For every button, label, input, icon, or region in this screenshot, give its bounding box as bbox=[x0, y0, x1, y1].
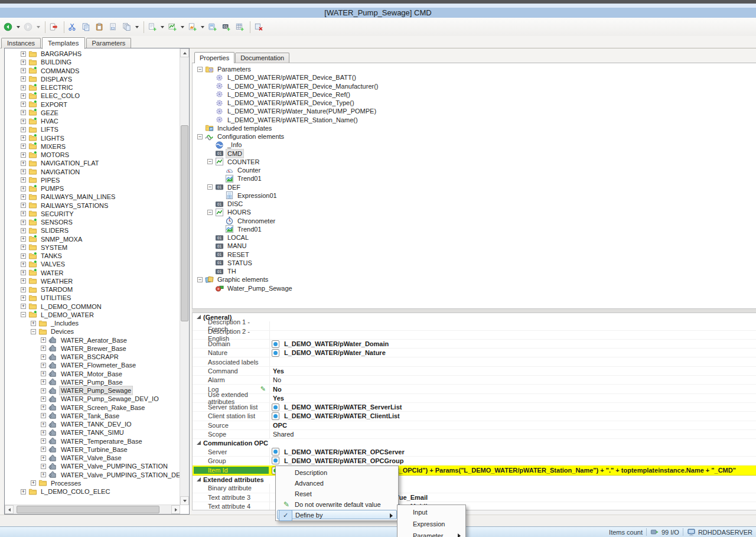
vertical-scroll-thumb[interactable] bbox=[181, 125, 188, 321]
property-value[interactable]: Yes bbox=[270, 394, 756, 402]
tree-item-water-bscrapr[interactable]: +WATER_BSCRAPR bbox=[5, 353, 180, 361]
expander-icon[interactable]: + bbox=[21, 161, 26, 166]
expander-icon[interactable]: + bbox=[21, 135, 26, 141]
expander-icon[interactable]: − bbox=[197, 67, 203, 72]
expander-icon[interactable]: + bbox=[41, 472, 46, 477]
property-row-domain[interactable]: DomainL_DEMO_WATER/pWater_Domain bbox=[193, 340, 756, 349]
copy-button[interactable] bbox=[80, 19, 94, 35]
parameter-dot-button[interactable] bbox=[272, 457, 279, 464]
tree-item-local[interactable]: +01LOCAL bbox=[193, 233, 756, 242]
back-button[interactable] bbox=[2, 19, 22, 35]
dropdown-caret-icon[interactable] bbox=[161, 26, 164, 28]
expander-icon[interactable]: + bbox=[21, 236, 26, 242]
menu-item-description[interactable]: Description bbox=[277, 467, 397, 478]
property-row-source[interactable]: SourceOPC bbox=[193, 421, 756, 430]
property-row-scope[interactable]: ScopeShared bbox=[193, 430, 756, 439]
tree-item-includes[interactable]: +_Includes bbox=[5, 319, 180, 327]
property-value[interactable] bbox=[270, 321, 756, 330]
property-row-use-extended-attributes[interactable]: Use extended attributesYes bbox=[193, 394, 756, 403]
property-row-group[interactable]: GroupL_DEMO_WATER/pWATER_OPCGroup bbox=[193, 457, 756, 466]
expander-icon[interactable]: + bbox=[21, 127, 26, 132]
tree-item-water-valve-base[interactable]: +WATER_Valve_Base bbox=[5, 454, 180, 462]
tree-item-water-motor-base[interactable]: +WATER_Motor_Base bbox=[5, 370, 180, 378]
tree-item-trend01[interactable]: +Trend01 bbox=[193, 174, 756, 183]
scroll-left-button[interactable] bbox=[5, 505, 14, 514]
tree-item-l-demo-common[interactable]: +L_DEMO_COMMON bbox=[5, 302, 180, 311]
parameter-dot-button[interactable] bbox=[272, 448, 279, 455]
tree-item-weather[interactable]: +WEATHER bbox=[5, 277, 180, 285]
expander-icon[interactable]: + bbox=[21, 295, 26, 301]
expander-icon[interactable]: + bbox=[41, 422, 46, 427]
expander-icon[interactable]: + bbox=[31, 480, 36, 486]
tree-item-water[interactable]: +WATER bbox=[5, 269, 180, 277]
tree-item-l-demo-water-pwater-device-manufacturer[interactable]: +L_DEMO_WATER/pWATER_Device_Manufacturer… bbox=[193, 82, 756, 90]
tree-item-tanks[interactable]: +TANKS bbox=[5, 252, 180, 260]
property-value[interactable]: L_DEMO_WATER/pWATER_ServerList bbox=[270, 403, 756, 411]
expander-icon[interactable]: + bbox=[21, 287, 26, 292]
new-binary-button[interactable]: 01 bbox=[220, 19, 234, 35]
expander-icon[interactable]: + bbox=[21, 194, 26, 200]
expander-icon[interactable]: + bbox=[21, 304, 26, 309]
tab-documentation[interactable]: Documentation bbox=[235, 53, 289, 63]
property-row-log[interactable]: Log✎No bbox=[193, 385, 756, 393]
property-value[interactable] bbox=[270, 331, 756, 339]
tree-item-railways-main-lines[interactable]: +RAILWAYS_MAIN_LINES bbox=[5, 193, 180, 201]
tree-item-l-demo-colo-elec[interactable]: +L_DEMO_COLO_ELEC bbox=[5, 487, 180, 496]
tree-item-cmd[interactable]: +01CMD bbox=[193, 149, 756, 158]
dropdown-caret-icon[interactable] bbox=[135, 26, 139, 28]
tree-item-configuration-elements[interactable]: −Configuration elements bbox=[193, 132, 756, 141]
tree-item-water-screen-rake-base[interactable]: +WATER_Screen_Rake_Base bbox=[5, 403, 180, 412]
tree-item-building[interactable]: +BUILDING bbox=[5, 58, 180, 66]
menu-item-do-not-overwrite-default-value[interactable]: ✎Do not overwrite default value bbox=[277, 499, 397, 510]
expander-icon[interactable]: − bbox=[207, 184, 213, 190]
expander-icon[interactable]: − bbox=[207, 210, 213, 215]
property-value[interactable]: No bbox=[270, 385, 756, 393]
tree-item-displays[interactable]: +DISPLAYS bbox=[5, 75, 180, 83]
property-row-command[interactable]: CommandYes bbox=[193, 367, 756, 376]
tree-item-sliders[interactable]: +SLIDERS bbox=[5, 226, 180, 235]
tree-item-info[interactable]: +_Info bbox=[193, 141, 756, 149]
expander-icon[interactable]: + bbox=[41, 337, 46, 343]
tree-item-sensors[interactable]: +SENSORS bbox=[5, 218, 180, 226]
expander-icon[interactable]: + bbox=[41, 363, 46, 368]
expander-icon[interactable]: + bbox=[21, 169, 26, 174]
expander-icon[interactable]: + bbox=[41, 346, 46, 351]
tree-item-navigation[interactable]: +NAVIGATION bbox=[5, 168, 180, 176]
tree-item-water-aerator-base[interactable]: +WATER_Aerator_Base bbox=[5, 336, 180, 344]
tree-item-railways-stations[interactable]: +RAILWAYS_STATIONS bbox=[5, 201, 180, 210]
expander-icon[interactable]: + bbox=[21, 152, 26, 158]
tree-item-hours[interactable]: −HOURS bbox=[193, 208, 756, 216]
tree-item-hvac[interactable]: +HVAC bbox=[5, 117, 180, 125]
expander-icon[interactable]: + bbox=[41, 413, 46, 418]
expander-icon[interactable]: + bbox=[21, 60, 26, 65]
menu-item-define-by[interactable]: ✓Define by bbox=[277, 510, 397, 519]
expander-icon[interactable]: + bbox=[21, 262, 26, 267]
tree-item-reset[interactable]: +01RESET bbox=[193, 250, 756, 259]
expander-icon[interactable]: + bbox=[41, 430, 46, 435]
tree-item-lights[interactable]: +LIGHTS bbox=[5, 134, 180, 142]
tree-item-bargraphs[interactable]: +BARGRAPHS bbox=[5, 50, 180, 58]
tree-item-manu[interactable]: +01MANU bbox=[193, 242, 756, 250]
property-value[interactable]: L_DEMO_WATER/pWATER_ClientList bbox=[270, 412, 756, 420]
tree-item-counter[interactable]: +Counter bbox=[193, 166, 756, 174]
tree-item-included-templates[interactable]: +Included templates bbox=[193, 124, 756, 132]
tree-item-water-brewer-base[interactable]: +WATER_Brewer_Base bbox=[5, 344, 180, 353]
tree-item-water-tank-simu[interactable]: +WATER_TANK_SIMU bbox=[5, 428, 180, 437]
expander-icon[interactable]: + bbox=[21, 203, 26, 208]
expander-icon[interactable]: + bbox=[21, 76, 26, 82]
tree-item-water-pump-sewage[interactable]: +Water_Pump_Sewage bbox=[193, 284, 756, 292]
expander-icon[interactable]: + bbox=[21, 85, 26, 90]
tree-item-l-demo-water-pwater-device-ref[interactable]: +L_DEMO_WATER/pWATER_Device_Ref() bbox=[193, 90, 756, 99]
menu-item-advanced[interactable]: Advanced bbox=[277, 478, 397, 489]
expander-icon[interactable]: + bbox=[41, 379, 46, 385]
expander-icon[interactable]: − bbox=[197, 277, 203, 282]
property-row-server-station-list[interactable]: Server station listL_DEMO_WATER/pWATER_S… bbox=[193, 403, 756, 412]
tree-item-utilities[interactable]: +UTILITIES bbox=[5, 294, 180, 302]
tree-item-chronometer[interactable]: +Chronometer bbox=[193, 217, 756, 225]
tree-item-graphic-elements[interactable]: −Graphic elements bbox=[193, 275, 756, 284]
expander-icon[interactable]: + bbox=[41, 354, 46, 360]
property-value[interactable]: L_DEMO_WATER/pWATER_OPCGroup bbox=[270, 457, 756, 465]
tab-instances[interactable]: Instances bbox=[1, 38, 41, 48]
new-graphic-button[interactable] bbox=[187, 19, 207, 35]
expander-icon[interactable]: + bbox=[41, 405, 46, 410]
